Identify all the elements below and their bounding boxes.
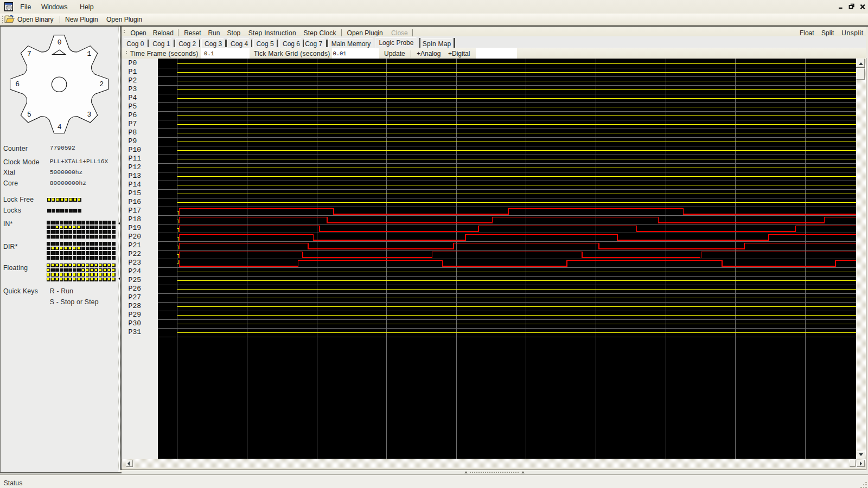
svg-text:6: 6 — [15, 80, 20, 88]
svg-text:7: 7 — [27, 50, 31, 58]
svg-text:1: 1 — [87, 50, 91, 58]
svg-text:3: 3 — [87, 111, 91, 119]
svg-text:4: 4 — [58, 123, 62, 131]
svg-text:2: 2 — [99, 80, 104, 88]
svg-text:5: 5 — [27, 111, 31, 119]
svg-text:0: 0 — [58, 38, 62, 47]
